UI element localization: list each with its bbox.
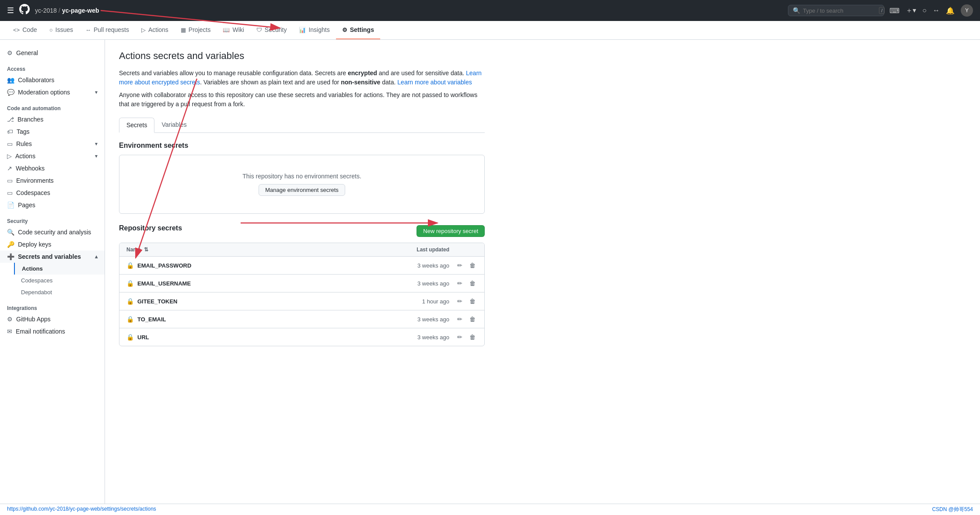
tab-code[interactable]: <> Code	[7, 21, 43, 39]
tab-security[interactable]: 🛡 Security	[250, 21, 293, 39]
search-input[interactable]	[803, 7, 876, 14]
delete-secret-button[interactable]: 🗑	[468, 261, 477, 270]
rules-icon: ▭	[7, 140, 13, 147]
desc-text-1: Secrets and variables allow you to manag…	[119, 70, 348, 77]
page-title: Actions secrets and variables	[119, 50, 485, 62]
description-para: Secrets and variables allow you to manag…	[119, 69, 485, 87]
code-security-icon: 🔍	[7, 229, 14, 236]
search-icon: 🔍	[793, 7, 800, 14]
sidebar-item-code-security[interactable]: 🔍 Code security and analysis	[0, 226, 105, 238]
desc-text-2: and are used for sensitive data.	[377, 70, 466, 77]
sidebar-item-email-notifications[interactable]: ✉ Email notifications	[0, 325, 105, 338]
github-apps-icon: ⚙	[7, 316, 13, 323]
settings-tab-icon: ⚙	[342, 27, 347, 33]
secrets-rows: 🔒 EMAIL_PASSWORD 3 weeks ago ✏ 🗑 🔒 EMAIL…	[119, 257, 484, 346]
actions-chevron: ▾	[95, 153, 98, 159]
tab-wiki[interactable]: 📖 Wiki	[217, 21, 250, 39]
secret-actions: ✏ 🗑	[449, 333, 477, 341]
tab-projects[interactable]: ▦ Projects	[175, 21, 217, 39]
edit-secret-button[interactable]: ✏	[455, 315, 464, 324]
secret-name: 🔒 URL	[126, 334, 379, 341]
sidebar-item-pages[interactable]: 📄 Pages	[0, 199, 105, 211]
tab-settings[interactable]: ⚙ Settings	[336, 21, 380, 39]
edit-secret-button[interactable]: ✏	[455, 261, 464, 270]
col-updated-header: Last updated	[379, 247, 449, 253]
collab-note: Anyone with collaborator access to this …	[119, 90, 485, 109]
col-name-header: Name ⇅	[126, 247, 379, 253]
tab-pull-requests[interactable]: ↔ Pull requests	[79, 21, 135, 39]
desc-bold-2: non-sensitive	[341, 79, 380, 86]
delete-secret-button[interactable]: 🗑	[468, 279, 477, 288]
edit-secret-button[interactable]: ✏	[455, 333, 464, 341]
sidebar-item-environments[interactable]: ▭ Environments	[0, 174, 105, 187]
sidebar-sub-item-dependabot[interactable]: Dependabot	[14, 286, 105, 298]
secret-actions: ✏ 🗑	[449, 315, 477, 324]
secret-updated: 3 weeks ago	[379, 280, 449, 287]
env-empty-msg: This repository has no environment secre…	[137, 173, 467, 180]
tab-variables[interactable]: Variables	[154, 118, 193, 133]
tab-insights[interactable]: 📊 Insights	[293, 21, 336, 39]
secret-name-text: EMAIL_PASSWORD	[137, 262, 191, 269]
sidebar-item-secrets[interactable]: ➕ Secrets and variables ▴	[0, 251, 105, 263]
sidebar-section-integrations: Integrations	[0, 298, 105, 313]
nav-actions: ⌨ ＋▾ ○ ↔ 🔔 Y	[889, 4, 973, 17]
sidebar-item-branches[interactable]: ⎇ Branches	[0, 113, 105, 125]
repo-link[interactable]: yc-page-web	[62, 7, 99, 14]
avatar[interactable]: Y	[961, 4, 973, 17]
status-right: CSDN @帅哥554	[932, 506, 973, 513]
lock-icon: 🔒	[126, 316, 134, 323]
org-link[interactable]: yc-2018	[35, 7, 57, 14]
inbox-icon[interactable]: 🔔	[946, 7, 955, 15]
search-box[interactable]: 🔍 /	[788, 5, 884, 16]
sidebar-item-webhooks[interactable]: ↗ Webhooks	[0, 162, 105, 174]
edit-secret-button[interactable]: ✏	[455, 297, 464, 306]
sidebar-item-github-apps[interactable]: ⚙ GitHub Apps	[0, 313, 105, 325]
wiki-tab-icon: 📖	[223, 27, 230, 33]
sidebar-sub-item-codespaces[interactable]: Codespaces	[14, 275, 105, 286]
tab-secrets[interactable]: Secrets	[119, 118, 154, 133]
github-logo[interactable]	[19, 4, 30, 17]
env-secrets-title: Environment secrets	[119, 142, 485, 150]
rules-chevron: ▾	[95, 141, 98, 147]
sidebar-item-tags[interactable]: 🏷 Tags	[0, 125, 105, 138]
codespaces-icon: ▭	[7, 189, 13, 196]
top-navigation: ☰ yc-2018 / yc-page-web 🔍 / ⌨ ＋▾ ○ ↔ 🔔 Y	[0, 0, 980, 21]
terminal-icon[interactable]: ⌨	[889, 7, 900, 15]
table-row: 🔒 URL 3 weeks ago ✏ 🗑	[119, 328, 484, 346]
tab-actions[interactable]: ▷ Actions	[135, 21, 175, 39]
pr-icon[interactable]: ↔	[933, 7, 940, 14]
sidebar-item-actions[interactable]: ▷ Actions ▾	[0, 150, 105, 162]
env-secrets-section: Environment secrets This repository has …	[119, 142, 485, 214]
table-row: 🔒 EMAIL_PASSWORD 3 weeks ago ✏ 🗑	[119, 257, 484, 275]
insights-tab-icon: 📊	[299, 27, 306, 33]
new-secret-button[interactable]: New repository secret	[416, 225, 485, 237]
secret-actions: ✏ 🗑	[449, 261, 477, 270]
branches-icon: ⎇	[7, 116, 14, 123]
plus-menu[interactable]: ＋▾	[906, 6, 916, 15]
delete-secret-button[interactable]: 🗑	[468, 297, 477, 306]
delete-secret-button[interactable]: 🗑	[468, 333, 477, 341]
hamburger-menu[interactable]: ☰	[7, 6, 14, 15]
main-content: Actions secrets and variables Secrets an…	[105, 40, 499, 513]
sidebar-item-collaborators[interactable]: 👥 Collaborators	[0, 74, 105, 86]
general-icon: ⚙	[7, 49, 13, 56]
secret-updated: 3 weeks ago	[379, 262, 449, 269]
sidebar-item-moderation[interactable]: 💬 Moderation options ▾	[0, 86, 105, 98]
sidebar-item-codespaces[interactable]: ▭ Codespaces	[0, 187, 105, 199]
sidebar-item-deploy-keys[interactable]: 🔑 Deploy keys	[0, 238, 105, 251]
sidebar-item-general[interactable]: ⚙ General	[0, 47, 105, 59]
issues-tab-icon: ○	[49, 27, 53, 33]
edit-secret-button[interactable]: ✏	[455, 279, 464, 288]
sidebar-item-rules[interactable]: ▭ Rules ▾	[0, 138, 105, 150]
table-row: 🔒 EMAIL_USERNAME 3 weeks ago ✏ 🗑	[119, 275, 484, 292]
manage-env-btn[interactable]: Manage environment secrets	[259, 184, 345, 196]
actions-sidebar-icon: ▷	[7, 153, 12, 160]
repo-tabs: <> Code ○ Issues ↔ Pull requests ▷ Actio…	[0, 21, 980, 40]
desc-link-2[interactable]: Learn more about variables	[397, 79, 472, 86]
secret-name: 🔒 EMAIL_USERNAME	[126, 280, 379, 287]
issues-icon[interactable]: ○	[922, 7, 927, 14]
sidebar-sub-item-actions[interactable]: Actions	[14, 263, 105, 275]
delete-secret-button[interactable]: 🗑	[468, 315, 477, 324]
tab-issues[interactable]: ○ Issues	[43, 21, 79, 39]
projects-tab-icon: ▦	[181, 27, 186, 33]
